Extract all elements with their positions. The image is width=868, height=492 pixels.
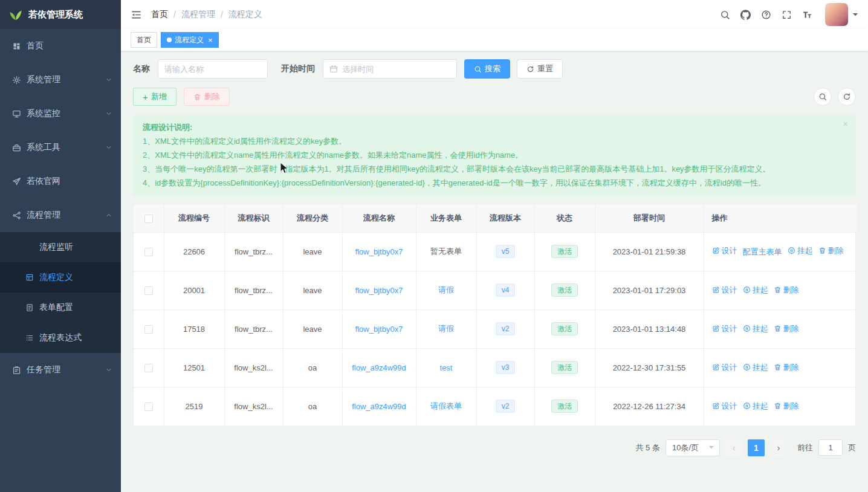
op-suspend-link[interactable]: 挂起: [743, 401, 768, 412]
notice-line: 4、id参数设置为{processDefinitionKey}:{process…: [143, 176, 835, 190]
version-badge: v2: [496, 322, 516, 335]
chevron-down-icon: [105, 144, 112, 151]
define-icon: [25, 273, 34, 282]
business-form-link[interactable]: 请假: [438, 285, 454, 294]
prev-page-button[interactable]: ‹: [725, 439, 742, 456]
column-header: 流程分类: [283, 204, 342, 232]
breadcrumb-item[interactable]: 首页: [151, 9, 168, 20]
sidebar-item-task-mgmt[interactable]: 任务管理: [0, 353, 121, 387]
row-checkbox[interactable]: [144, 325, 153, 334]
op-design-link[interactable]: 设计: [712, 285, 737, 296]
sidebar-subitem-process-definition[interactable]: 流程定义: [0, 262, 121, 293]
process-name-link[interactable]: flow_bjtby0x7: [355, 247, 403, 256]
app-logo[interactable]: 若依管理系统: [0, 0, 121, 29]
sidebar-subitem-form-config[interactable]: 表单配置: [0, 293, 121, 323]
page-number-button[interactable]: 1: [748, 439, 765, 456]
navbar-right: [720, 3, 858, 26]
cell-process-code: 20001: [164, 271, 224, 309]
sidebar-item-label: 流程管理: [27, 210, 100, 221]
sidebar-item-system-monitor[interactable]: 系统监控: [0, 97, 121, 131]
process-name-link[interactable]: flow_bjtby0x7: [355, 286, 403, 295]
business-form-link[interactable]: test: [440, 363, 453, 372]
fullscreen-icon[interactable]: [782, 10, 792, 20]
cell-process-code: 2519: [164, 387, 224, 426]
cell-deploy-time: 2023-01-01 21:59:38: [595, 232, 704, 271]
pagination: 共 5 条 10条/页 ‹ 1 › 前往 页: [133, 439, 856, 456]
op-delete-link[interactable]: 删除: [774, 401, 799, 412]
sidebar-item-system-tools[interactable]: 系统工具: [0, 131, 121, 164]
row-checkbox[interactable]: [144, 286, 153, 295]
cell-operations: 设计挂起删除: [704, 387, 857, 426]
search-button[interactable]: 搜索: [464, 59, 510, 79]
row-checkbox[interactable]: [144, 403, 153, 411]
next-page-button[interactable]: ›: [770, 439, 787, 456]
op-suspend-link[interactable]: 挂起: [788, 245, 813, 256]
sidebar-item-home[interactable]: 首页: [0, 29, 121, 63]
pause-icon: [788, 247, 795, 254]
close-icon[interactable]: ×: [208, 36, 213, 44]
page-size-select[interactable]: 10条/页: [666, 439, 720, 456]
navbar: 首页/流程管理/流程定义: [121, 0, 868, 29]
tab-home[interactable]: 首页: [131, 32, 157, 48]
cell-operations: 设计挂起删除: [704, 309, 857, 348]
cell-status: 激活: [534, 348, 595, 387]
refresh-table-button[interactable]: [838, 88, 856, 106]
plus-icon: +: [143, 92, 148, 102]
op-suspend-link[interactable]: 挂起: [743, 285, 768, 296]
op-delete-link[interactable]: 删除: [818, 245, 844, 256]
edit-icon: [712, 247, 720, 254]
op-design-link[interactable]: 设计: [712, 401, 737, 412]
process-name-link[interactable]: flow_bjtby0x7: [355, 325, 403, 334]
user-menu[interactable]: [825, 3, 858, 26]
sidebar-item-system-admin[interactable]: 系统管理: [0, 63, 121, 97]
add-button[interactable]: + 新增: [133, 88, 177, 106]
avatar[interactable]: [825, 3, 848, 26]
delete-button[interactable]: 删除: [184, 88, 230, 106]
op-design-link[interactable]: 设计: [712, 323, 737, 334]
op-design-link[interactable]: 设计: [712, 245, 737, 256]
process-name-link[interactable]: flow_a9z4w99d: [352, 402, 406, 411]
font-size-icon[interactable]: [802, 10, 812, 20]
question-icon[interactable]: [761, 10, 771, 20]
cell-select: [134, 348, 164, 387]
cell-process-category: oa: [283, 348, 342, 387]
op-suspend-link[interactable]: 挂起: [743, 323, 768, 334]
sidebar-subitem-process-listener[interactable]: 流程监听: [0, 232, 121, 262]
op-design-link[interactable]: 设计: [712, 362, 737, 373]
op-suspend-link[interactable]: 挂起: [743, 362, 768, 373]
op-delete-link[interactable]: 删除: [774, 323, 799, 334]
close-icon[interactable]: ×: [843, 119, 848, 128]
business-form-link[interactable]: 请假: [438, 324, 454, 333]
process-design-notice: 流程设计说明: 1、XML文件中的流程定义id属性用作流程定义的key参数。2、…: [133, 115, 856, 196]
goto-page-input[interactable]: [818, 439, 843, 456]
toggle-search-button[interactable]: [814, 88, 832, 106]
search-icon[interactable]: [720, 10, 730, 20]
filter-form: 名称 开始时间 搜索 重置: [133, 59, 856, 79]
tool-icon: [12, 143, 21, 152]
edit-icon: [712, 402, 720, 410]
breadcrumb-separator: /: [173, 10, 176, 19]
column-header: 流程标识: [224, 204, 283, 232]
github-icon[interactable]: [740, 10, 751, 20]
business-form-link[interactable]: 请假表单: [430, 401, 462, 410]
reset-button[interactable]: 重置: [517, 59, 563, 79]
tab-process-definition[interactable]: 流程定义×: [161, 32, 219, 48]
name-input[interactable]: [164, 65, 271, 74]
row-checkbox[interactable]: [144, 364, 153, 372]
sidebar-subitem-process-expression[interactable]: 流程表达式: [0, 323, 121, 353]
cell-version: v2: [476, 387, 534, 426]
process-name-link[interactable]: flow_a9z4w99d: [352, 363, 406, 372]
op-delete-link[interactable]: 删除: [774, 285, 799, 296]
select-all-checkbox[interactable]: [144, 215, 153, 223]
start-time-input[interactable]: [342, 65, 450, 74]
sidebar-item-official-site[interactable]: 若依官网: [0, 164, 121, 198]
trash-icon: [774, 286, 782, 294]
cell-select: [134, 309, 164, 348]
op-configure-main-form-link[interactable]: 配置主表单: [743, 247, 782, 257]
sidebar-item-process-mgmt[interactable]: 流程管理: [0, 198, 121, 232]
sidebar-toggle-icon[interactable]: [131, 9, 142, 21]
row-checkbox[interactable]: [144, 248, 153, 256]
cell-process-name: flow_a9z4w99d: [342, 387, 416, 426]
op-delete-link[interactable]: 删除: [774, 362, 799, 373]
cell-deploy-time: 2022-12-30 17:31:55: [595, 348, 704, 387]
